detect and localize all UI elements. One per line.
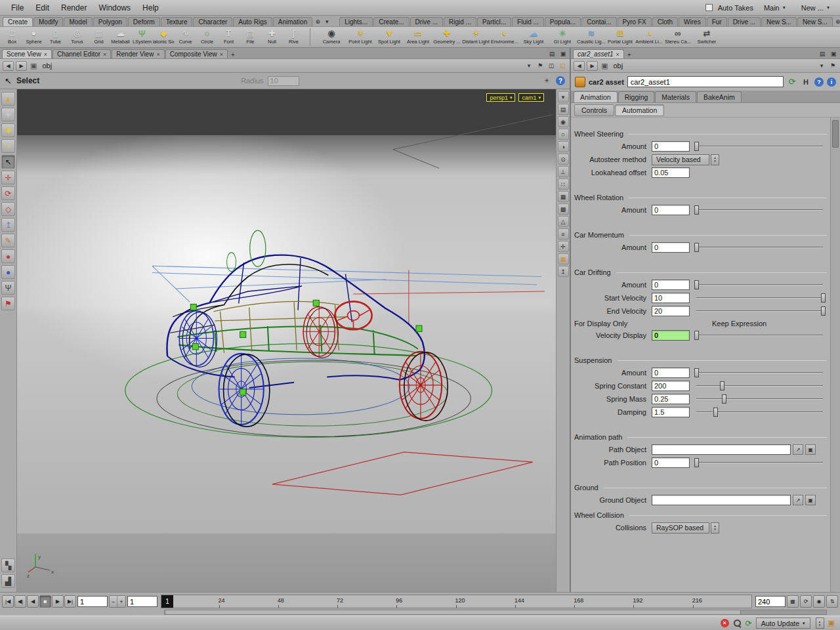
prev-keyframe-button[interactable]: ◀| bbox=[14, 595, 26, 608]
stowbar-icon[interactable]: ↥ bbox=[558, 266, 569, 277]
current-frame-marker[interactable]: 1 bbox=[161, 595, 173, 608]
slider-handle[interactable] bbox=[722, 394, 726, 404]
tool-distant-light[interactable]: ☀Distant Light bbox=[461, 28, 490, 45]
tool-switcher[interactable]: ⇄Switcher bbox=[692, 28, 721, 45]
select-tool-icon[interactable]: ↖ bbox=[1, 155, 15, 169]
play-reverse-button[interactable]: ◀ bbox=[27, 595, 39, 608]
error-badge-icon[interactable]: ✕ bbox=[721, 619, 729, 627]
pane-split-icon[interactable]: ▤ bbox=[547, 49, 556, 58]
shelf-tab-modify[interactable]: Modify bbox=[33, 17, 63, 26]
shelf-tab-wires[interactable]: Wires bbox=[679, 17, 706, 26]
tool-rive[interactable]: ʃRive bbox=[283, 28, 304, 45]
menu-edit[interactable]: Edit bbox=[30, 2, 55, 14]
tool-font[interactable]: TFont bbox=[218, 28, 240, 45]
view-options-icon[interactable]: ≡ bbox=[558, 228, 569, 240]
slider-handle[interactable] bbox=[821, 306, 826, 316]
pane-tab-channel-editor[interactable]: Channel Editor× bbox=[52, 49, 111, 58]
houdini-logo-icon[interactable]: H bbox=[801, 77, 811, 87]
tool-ambient-li[interactable]: ◑Ambient Li... bbox=[635, 28, 663, 45]
peak-tool-icon[interactable]: ↥ bbox=[1, 218, 15, 232]
slider-handle[interactable] bbox=[694, 142, 699, 151]
shelf-tab-deform[interactable]: Deform bbox=[128, 17, 160, 26]
pane-tab-composite-view[interactable]: Composite View× bbox=[165, 49, 228, 58]
tool-platonic-so[interactable]: ◆Platonic So... bbox=[153, 28, 175, 45]
new-shelf-tab-icon[interactable]: ⊕ bbox=[833, 17, 840, 26]
param-field-amount[interactable]: 0 bbox=[652, 368, 690, 378]
param-field-path-position[interactable]: 0 bbox=[652, 457, 690, 468]
param-slider-end-velocity[interactable] bbox=[696, 306, 823, 316]
shelf-tab-contai[interactable]: Contai... bbox=[581, 17, 616, 26]
tool-null[interactable]: ✚Null bbox=[261, 28, 283, 45]
shelf-tab-cloth[interactable]: Cloth bbox=[652, 17, 678, 26]
snapshot-icon[interactable]: ◫ bbox=[547, 61, 556, 70]
shelf-tab-particl[interactable]: Particl... bbox=[477, 17, 511, 26]
op-chooser-icon[interactable]: ▣ bbox=[805, 444, 816, 455]
param-field-lookahead-offset[interactable]: 0.05 bbox=[652, 167, 690, 178]
slider-handle[interactable] bbox=[694, 205, 699, 215]
tool-portal-light[interactable]: ⊞Portal Light bbox=[606, 28, 635, 45]
param-menu-autosteer-method[interactable]: Velocity based bbox=[652, 154, 709, 165]
tool-stereo-ca[interactable]: ∞Stereo Ca... bbox=[663, 28, 692, 45]
end-frame-field[interactable] bbox=[755, 596, 786, 607]
radius-field[interactable] bbox=[268, 76, 299, 86]
shelf-tab-lights[interactable]: Lights... bbox=[339, 17, 373, 26]
shelf-tab-create[interactable]: Create... bbox=[373, 17, 409, 26]
param-slider-spring-constant[interactable] bbox=[696, 381, 823, 390]
shelf-tab-model[interactable]: Model bbox=[64, 17, 92, 26]
take-menu[interactable]: Main▾ bbox=[759, 3, 791, 12]
param-slider-amount[interactable] bbox=[696, 205, 823, 215]
param-menu-collisions[interactable]: RaySOP based bbox=[652, 522, 709, 534]
new-pane-tab-icon[interactable]: + bbox=[625, 51, 634, 58]
select-mode-icon[interactable]: ✳ bbox=[542, 76, 551, 85]
back-icon[interactable]: ◀ bbox=[3, 61, 14, 71]
shaded-display-icon[interactable]: ◑ bbox=[558, 141, 569, 152]
shelf-tab-drive[interactable]: Drive ... bbox=[410, 17, 443, 26]
snap-options-icon[interactable]: △ bbox=[558, 216, 569, 227]
tool-environme[interactable]: ◐Environme... bbox=[490, 28, 519, 45]
sculpt-tool-icon[interactable]: ● bbox=[1, 249, 15, 263]
param-field-damping[interactable]: 1.5 bbox=[652, 407, 690, 417]
slider-handle[interactable] bbox=[713, 408, 718, 417]
frame-increment-icon[interactable]: + bbox=[117, 596, 125, 607]
param-field-amount[interactable]: 0 bbox=[652, 141, 690, 152]
lighting-icon[interactable]: ⊙ bbox=[558, 154, 569, 165]
scrollbar-thumb[interactable] bbox=[832, 120, 839, 148]
param-slider-damping[interactable] bbox=[696, 408, 823, 417]
param-field-spring-constant[interactable]: 200 bbox=[652, 381, 690, 391]
edit-tool-icon[interactable]: ✎ bbox=[1, 234, 15, 247]
viewport-layout-icon[interactable]: ▚ bbox=[1, 558, 15, 572]
timeline-scrollbar[interactable] bbox=[164, 610, 827, 615]
tool-sky-light[interactable]: ☁Sky Light bbox=[519, 28, 548, 45]
pane-tab-scene-view[interactable]: Scene View× bbox=[2, 49, 52, 58]
close-tab-icon[interactable]: × bbox=[44, 51, 47, 58]
camera-menu-cam1[interactable]: cam1▾ bbox=[518, 93, 544, 102]
pane-maximize-icon[interactable]: ▣ bbox=[829, 49, 838, 58]
menu-spinner-icon[interactable]: ▴▾ bbox=[711, 154, 719, 165]
close-tab-icon[interactable]: × bbox=[616, 51, 619, 58]
path-menu-icon[interactable]: ▾ bbox=[817, 61, 826, 70]
param-slider-amount[interactable] bbox=[696, 280, 823, 289]
param-slider-spring-mass[interactable] bbox=[696, 394, 823, 404]
tool-gi-light[interactable]: ☀GI Light bbox=[548, 28, 577, 45]
loop-mode-button[interactable]: ⟳ bbox=[800, 595, 812, 608]
network-icon[interactable]: ▣ bbox=[29, 62, 38, 70]
tool-point-light[interactable]: ✳Point Light bbox=[346, 28, 375, 45]
node-name-field[interactable] bbox=[627, 76, 784, 87]
new-shelf-tab-icon[interactable]: ⊕ bbox=[313, 17, 322, 26]
pin-icon[interactable]: ⚑ bbox=[536, 61, 545, 70]
pane-tab-render-view[interactable]: Render View× bbox=[112, 49, 164, 58]
shelf-tab-new-s[interactable]: New S... bbox=[797, 17, 833, 26]
param-slider-velocity-display[interactable] bbox=[696, 331, 823, 340]
viewport-expand-icon[interactable]: ▟ bbox=[1, 574, 15, 588]
menu-windows[interactable]: Windows bbox=[93, 2, 136, 14]
tool-camera[interactable]: ◉Camera bbox=[317, 28, 346, 45]
stop-button[interactable]: ■ bbox=[39, 595, 51, 608]
param-field-amount[interactable]: 0 bbox=[652, 205, 690, 215]
shelf-tab-fur[interactable]: Fur bbox=[707, 17, 727, 26]
tool-circle[interactable]: ○Circle bbox=[196, 28, 218, 45]
help-icon[interactable]: ? bbox=[814, 77, 824, 87]
auto-takes-checkbox[interactable] bbox=[705, 4, 713, 11]
back-icon[interactable]: ◀ bbox=[574, 61, 585, 71]
translate-tool-icon[interactable]: ✛ bbox=[1, 171, 15, 184]
subtab-automation[interactable]: Automation bbox=[615, 104, 664, 116]
